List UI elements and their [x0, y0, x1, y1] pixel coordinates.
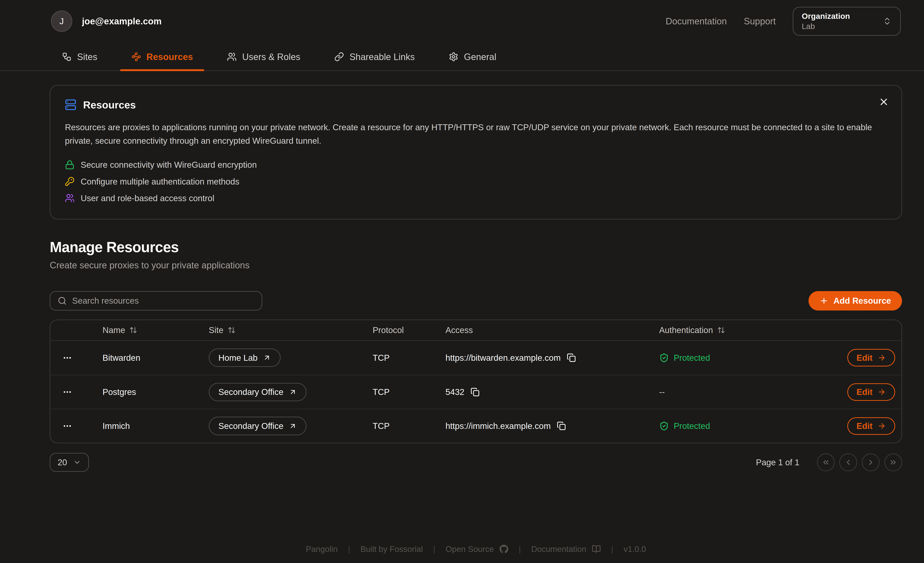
column-header-authentication[interactable]: Authentication: [647, 325, 835, 335]
tab-general[interactable]: General: [438, 42, 507, 71]
copy-icon[interactable]: [471, 388, 480, 397]
avatar[interactable]: J: [51, 10, 72, 32]
organization-value: Lab: [802, 22, 872, 31]
book-open-icon: [592, 545, 601, 554]
search-input[interactable]: [72, 296, 255, 306]
footer-open-source-link[interactable]: Open Source: [446, 545, 508, 554]
cell-protocol: TCP: [360, 353, 434, 363]
page-size-selector[interactable]: 20: [50, 453, 89, 472]
table-header-row: Name Site Protocol Access Authentication: [50, 320, 901, 341]
arrow-up-right-icon: [263, 354, 271, 362]
bullet-access-control: User and role-based access control: [65, 193, 887, 203]
tab-users-roles[interactable]: Users & Roles: [216, 42, 311, 71]
add-resource-button[interactable]: Add Resource: [808, 291, 902, 310]
table-row: Immich Secondary Office TCP https://immi…: [50, 409, 901, 443]
chevrons-right-icon: [889, 458, 897, 467]
key-icon: [65, 177, 75, 186]
plus-icon: [819, 296, 828, 305]
user-email: joe@example.com: [82, 16, 162, 26]
cell-name: Bitwarden: [90, 353, 196, 363]
tab-users-roles-label: Users & Roles: [242, 51, 300, 62]
tab-shareable-links[interactable]: Shareable Links: [323, 42, 426, 71]
shield-check-icon: [659, 353, 669, 363]
tab-resources-label: Resources: [147, 51, 193, 62]
cell-access: 5432: [446, 387, 464, 397]
search-icon: [58, 296, 67, 305]
cell-protocol: TCP: [360, 387, 434, 397]
auth-status-badge: --: [659, 387, 665, 397]
page-subtitle: Create secure proxies to your private ap…: [50, 260, 902, 270]
row-menu-button[interactable]: [50, 421, 90, 431]
site-link-button[interactable]: Home Lab: [209, 349, 281, 367]
footer-brand: Pangolin: [306, 545, 338, 554]
copy-icon[interactable]: [557, 421, 566, 430]
chevron-right-icon: [867, 458, 875, 467]
last-page-button[interactable]: [885, 454, 902, 471]
tab-resources[interactable]: Resources: [120, 42, 204, 71]
close-icon[interactable]: [876, 94, 892, 110]
next-page-button[interactable]: [862, 454, 879, 471]
copy-icon[interactable]: [567, 353, 576, 362]
cell-access: https://immich.example.com: [446, 421, 551, 431]
site-link-button[interactable]: Secondary Office: [209, 417, 307, 435]
info-card-description: Resources are proxies to applications ru…: [65, 121, 884, 148]
cell-access: https://bitwarden.example.com: [446, 353, 561, 363]
edit-button[interactable]: Edit: [847, 383, 895, 401]
nav-support-link[interactable]: Support: [744, 16, 776, 26]
resources-table: Name Site Protocol Access Authentication: [50, 320, 902, 443]
row-menu-button[interactable]: [50, 387, 90, 397]
bullet-label: Configure multiple authentication method…: [81, 177, 240, 187]
column-header-protocol: Protocol: [360, 325, 434, 335]
footer-documentation-link[interactable]: Documentation: [531, 545, 601, 554]
users-icon: [227, 52, 237, 62]
footer-built-by: Built by Fossorial: [360, 545, 423, 554]
site-link-button[interactable]: Secondary Office: [209, 383, 307, 401]
organization-label: Organization: [802, 12, 872, 21]
sort-icon: [129, 326, 137, 334]
shield-check-icon: [659, 421, 669, 431]
sort-icon: [228, 326, 236, 334]
edit-button[interactable]: Edit: [847, 349, 895, 367]
column-header-name[interactable]: Name: [90, 325, 196, 335]
link-icon: [334, 52, 344, 62]
footer: Pangolin | Built by Fossorial | Open Sou…: [0, 545, 924, 554]
search-box[interactable]: [50, 291, 262, 310]
previous-page-button[interactable]: [839, 454, 857, 471]
arrow-right-icon: [878, 388, 886, 396]
ellipsis-icon: [63, 387, 72, 397]
resources-icon: [131, 52, 141, 62]
auth-status-badge: Protected: [659, 421, 710, 431]
bullet-secure-connectivity: Secure connectivity with WireGuard encry…: [65, 160, 887, 170]
table-row: Bitwarden Home Lab TCP https://bitwarden…: [50, 341, 901, 375]
table-row: Postgres Secondary Office TCP 5432 -- Ed…: [50, 375, 901, 409]
page-title: Manage Resources: [50, 239, 902, 256]
arrow-right-icon: [878, 353, 886, 362]
ellipsis-icon: [63, 421, 72, 431]
organization-selector[interactable]: Organization Lab: [793, 7, 901, 36]
nav-documentation-link[interactable]: Documentation: [666, 16, 727, 26]
github-icon: [500, 545, 508, 554]
auth-status-badge: Protected: [659, 353, 710, 363]
row-menu-button[interactable]: [50, 353, 90, 363]
bullet-authentication-methods: Configure multiple authentication method…: [65, 177, 887, 187]
tab-sites-label: Sites: [77, 51, 98, 62]
users-icon: [65, 193, 75, 203]
footer-version: v1.0.0: [624, 545, 646, 554]
chevron-left-icon: [844, 458, 852, 467]
column-header-access: Access: [434, 325, 647, 335]
edit-button[interactable]: Edit: [847, 417, 895, 435]
tab-sites[interactable]: Sites: [51, 42, 108, 71]
column-header-site[interactable]: Site: [196, 325, 360, 335]
lock-icon: [65, 160, 75, 170]
tab-bar: Sites Resources Users & Roles Shareable …: [0, 42, 924, 71]
cell-name: Postgres: [90, 387, 196, 397]
first-page-button[interactable]: [817, 454, 834, 471]
arrow-up-right-icon: [289, 422, 297, 430]
sort-icon: [717, 326, 725, 334]
cell-name: Immich: [90, 421, 196, 431]
chevrons-left-icon: [822, 458, 830, 467]
add-resource-label: Add Resource: [834, 296, 891, 306]
ellipsis-icon: [63, 353, 72, 363]
chevron-down-icon: [73, 458, 81, 466]
avatar-initial: J: [60, 16, 64, 26]
